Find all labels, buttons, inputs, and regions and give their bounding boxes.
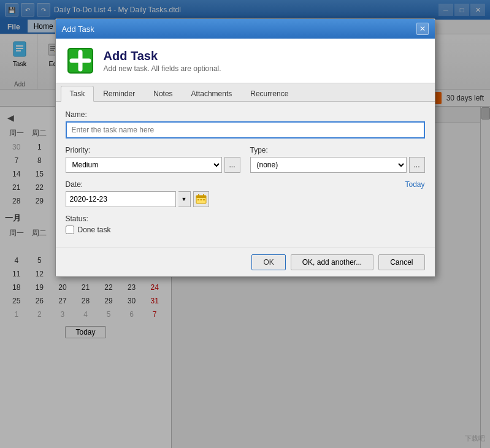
type-ellipsis-btn[interactable]: ... <box>409 157 425 173</box>
dialog-tabs: Task Reminder Notes Attachments Recurren… <box>56 83 435 102</box>
type-select[interactable]: (none) <box>250 157 407 173</box>
cancel-btn[interactable]: Cancel <box>378 254 424 270</box>
date-input[interactable] <box>66 191 176 207</box>
dialog-titlebar: Add Task ✕ <box>56 19 435 39</box>
status-row: Status: Done task <box>66 215 425 234</box>
tab-reminder[interactable]: Reminder <box>94 86 144 101</box>
svg-rect-27 <box>200 199 202 200</box>
dialog-header-icon <box>66 46 95 75</box>
dialog-main-title: Add Task <box>104 49 221 63</box>
date-calendar-btn[interactable] <box>193 191 209 207</box>
dialog-title: Add Task <box>62 25 94 34</box>
date-row: Date: Today ▼ <box>66 180 425 207</box>
dialog-header: Add Task Add new task. All fields are op… <box>56 39 435 83</box>
status-label: Status: <box>66 215 425 223</box>
dialog-overlay: Add Task ✕ Add Task Add new task. All fi… <box>0 0 490 448</box>
done-task-row: Done task <box>66 226 425 234</box>
dialog-subtitle: Add new task. All fields are optional. <box>104 64 221 73</box>
svg-rect-26 <box>197 199 199 200</box>
dialog-header-text: Add Task Add new task. All fields are op… <box>104 49 221 73</box>
name-row: Name: <box>66 110 425 139</box>
priority-label: Priority: <box>66 146 240 154</box>
date-input-row: ▼ <box>66 191 425 207</box>
dialog-close-btn[interactable]: ✕ <box>416 23 429 35</box>
svg-rect-28 <box>203 199 205 200</box>
ok-add-another-btn[interactable]: OK, add another... <box>291 254 373 270</box>
dialog-body: Name: Priority: Low Medium High Urgent .… <box>56 102 435 248</box>
add-task-dialog: Add Task ✕ Add Task Add new task. All fi… <box>55 18 435 277</box>
tab-task[interactable]: Task <box>61 86 94 102</box>
dialog-footer: OK OK, add another... Cancel <box>56 248 435 276</box>
priority-ellipsis-btn[interactable]: ... <box>224 157 240 173</box>
priority-col: Priority: Low Medium High Urgent ... <box>66 146 240 173</box>
date-today-link[interactable]: Today <box>405 180 424 189</box>
type-select-row: (none) ... <box>250 157 425 173</box>
date-label: Date: <box>66 180 83 189</box>
name-input[interactable] <box>66 121 425 139</box>
done-task-checkbox[interactable] <box>66 226 74 234</box>
tab-recurrence[interactable]: Recurrence <box>241 86 297 101</box>
priority-select[interactable]: Low Medium High Urgent <box>66 157 222 173</box>
priority-select-row: Low Medium High Urgent ... <box>66 157 240 173</box>
done-task-label: Done task <box>78 226 111 234</box>
tab-notes[interactable]: Notes <box>144 86 182 101</box>
tab-attachments[interactable]: Attachments <box>182 86 242 101</box>
priority-type-row: Priority: Low Medium High Urgent ... Typ… <box>66 146 425 173</box>
date-label-row: Date: Today <box>66 180 425 189</box>
type-col: Type: (none) ... <box>250 146 425 173</box>
date-dropdown-btn[interactable]: ▼ <box>178 191 191 207</box>
name-label: Name: <box>66 110 425 119</box>
type-label: Type: <box>250 146 425 154</box>
ok-btn[interactable]: OK <box>251 254 285 270</box>
svg-rect-23 <box>196 196 206 198</box>
